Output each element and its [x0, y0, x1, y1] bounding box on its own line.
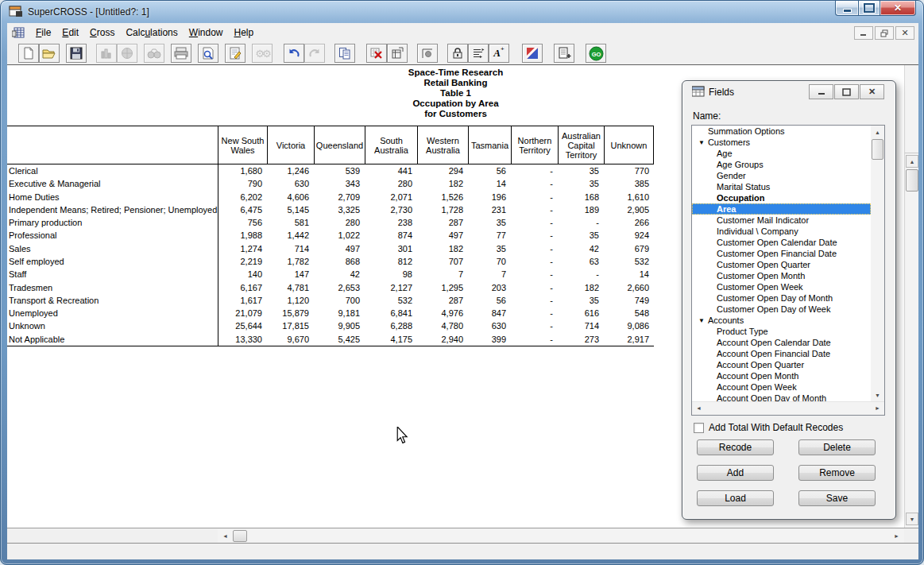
- table-cell[interactable]: 1,246: [267, 166, 314, 176]
- table-cell[interactable]: 182: [417, 244, 468, 253]
- field-item-account-open-month[interactable]: Account Open Month: [692, 370, 871, 381]
- table-cell[interactable]: -: [511, 166, 558, 176]
- field-item-customer-mail-indicator[interactable]: Customer Mail Indicator: [692, 215, 871, 226]
- table-cell[interactable]: 2,127: [365, 283, 417, 292]
- field-item-age[interactable]: Age: [692, 148, 871, 159]
- table-cell[interactable]: -: [558, 218, 604, 227]
- table-cell[interactable]: 1,526: [417, 192, 468, 202]
- toolbar-button-delete-table[interactable]: [366, 44, 387, 63]
- table-cell[interactable]: 35: [468, 244, 511, 253]
- table-cell[interactable]: 6,475: [218, 205, 267, 215]
- table-cell[interactable]: 147: [267, 269, 314, 279]
- table-cell[interactable]: 497: [314, 244, 365, 253]
- column-header[interactable]: Northern Territory: [511, 126, 558, 164]
- table-cell[interactable]: 616: [558, 308, 604, 318]
- column-header[interactable]: Tasmania: [468, 126, 511, 164]
- table-cell[interactable]: 280: [314, 218, 365, 227]
- table-cell[interactable]: 35: [468, 218, 511, 227]
- table-cell[interactable]: 847: [468, 308, 511, 318]
- table-cell[interactable]: 441: [365, 166, 417, 176]
- row-header[interactable]: Not Applicable: [7, 335, 218, 344]
- table-cell[interactable]: 273: [558, 335, 604, 344]
- table-cell[interactable]: 5,145: [267, 205, 314, 215]
- table-cell[interactable]: -: [511, 335, 558, 344]
- table-cell[interactable]: 630: [267, 179, 314, 188]
- toolbar-button-graph-view[interactable]: [96, 44, 117, 63]
- toolbar-button-new-table[interactable]: [387, 44, 408, 63]
- table-cell[interactable]: 196: [468, 192, 511, 202]
- table-cell[interactable]: 5,425: [314, 335, 365, 344]
- table-cell[interactable]: 17,815: [267, 321, 314, 331]
- table-cell[interactable]: 2,905: [604, 205, 654, 215]
- main-hscrollbar[interactable]: ◄ ►: [218, 529, 904, 543]
- table-cell[interactable]: 1,680: [218, 166, 267, 176]
- row-header[interactable]: Independent Means; Retired; Pensioner; U…: [7, 205, 218, 215]
- hscroll-right-button[interactable]: ►: [891, 530, 903, 542]
- toolbar-button-search[interactable]: [144, 44, 164, 63]
- toolbar-button-new-document[interactable]: [18, 44, 39, 63]
- toolbar-button-open-file[interactable]: [39, 44, 60, 63]
- menu-edit[interactable]: Edit: [56, 25, 84, 41]
- table-cell[interactable]: 2,219: [218, 257, 267, 266]
- table-cell[interactable]: 539: [314, 166, 365, 176]
- vscroll-down-button[interactable]: ▼: [906, 513, 918, 525]
- toolbar-button-print[interactable]: [171, 44, 191, 63]
- list-scroll-left-button[interactable]: ◄: [693, 402, 705, 414]
- field-item-account-open-calendar-date[interactable]: Account Open Calendar Date: [692, 337, 871, 348]
- table-cell[interactable]: 182: [417, 179, 468, 188]
- table-cell[interactable]: -: [511, 269, 558, 279]
- table-cell[interactable]: 189: [558, 205, 604, 215]
- table-cell[interactable]: -: [511, 205, 558, 215]
- table-cell[interactable]: 4,781: [267, 283, 314, 292]
- collapse-triangle-icon[interactable]: ▼: [698, 317, 705, 324]
- table-cell[interactable]: 287: [417, 296, 468, 305]
- toolbar-button-undo[interactable]: [284, 44, 304, 63]
- delete-button[interactable]: Delete: [798, 439, 876, 455]
- table-cell[interactable]: 399: [468, 335, 511, 344]
- table-cell[interactable]: 35: [558, 296, 604, 305]
- table-cell[interactable]: 15,879: [267, 308, 314, 318]
- column-header[interactable]: Australian Capital Territory: [558, 126, 604, 164]
- add-total-checkbox[interactable]: [694, 423, 704, 433]
- table-cell[interactable]: 1,442: [267, 230, 314, 240]
- row-header[interactable]: Home Duties: [7, 192, 218, 202]
- dialog-minimize-button[interactable]: [809, 84, 833, 99]
- title-bar[interactable]: SuperCROSS - [Untitled?: 1] ✕: [1, 1, 923, 23]
- table-cell[interactable]: 7: [468, 269, 511, 279]
- field-item-account-open-financial-date[interactable]: Account Open Financial Date: [692, 348, 871, 359]
- table-cell[interactable]: 497: [417, 230, 468, 240]
- table-cell[interactable]: -: [511, 296, 558, 305]
- table-cell[interactable]: 1,295: [417, 283, 468, 292]
- table-cell[interactable]: 77: [468, 230, 511, 240]
- table-cell[interactable]: 2,653: [314, 283, 365, 292]
- table-cell[interactable]: 924: [604, 230, 654, 240]
- table-cell[interactable]: 1,120: [267, 296, 314, 305]
- field-item-customer-open-day-of-month[interactable]: Customer Open Day of Month: [692, 292, 871, 304]
- table-cell[interactable]: -: [511, 321, 558, 331]
- table-cell[interactable]: 9,086: [604, 321, 654, 331]
- table-cell[interactable]: 42: [558, 244, 604, 253]
- toolbar-button-table-options[interactable]: [417, 44, 438, 63]
- table-cell[interactable]: -: [511, 244, 558, 253]
- collapse-triangle-icon[interactable]: ▼: [698, 139, 705, 146]
- table-cell[interactable]: 6,167: [218, 283, 267, 292]
- table-cell[interactable]: 1,022: [314, 230, 365, 240]
- table-cell[interactable]: 714: [267, 244, 314, 253]
- table-cell[interactable]: 21,079: [218, 308, 267, 318]
- row-header[interactable]: Clerical: [7, 166, 218, 176]
- table-cell[interactable]: 13,330: [218, 335, 267, 344]
- table-cell[interactable]: 287: [417, 218, 468, 227]
- field-item-summation-options[interactable]: Summation Options: [692, 126, 871, 137]
- table-cell[interactable]: -: [511, 257, 558, 266]
- table-cell[interactable]: 749: [604, 296, 654, 305]
- field-item-marital-status[interactable]: Marital Status: [692, 181, 871, 192]
- table-cell[interactable]: 2,071: [365, 192, 417, 202]
- table-cell[interactable]: 2,660: [604, 283, 654, 292]
- toolbar-button-save[interactable]: [66, 44, 87, 63]
- row-header[interactable]: Unemployed: [7, 308, 218, 318]
- column-header[interactable]: Victoria: [267, 126, 314, 164]
- minimize-button[interactable]: [835, 1, 858, 16]
- table-cell[interactable]: 4,175: [365, 335, 417, 344]
- field-item-individual-company[interactable]: Individual \ Company: [692, 226, 871, 237]
- remove-button[interactable]: Remove: [798, 465, 876, 481]
